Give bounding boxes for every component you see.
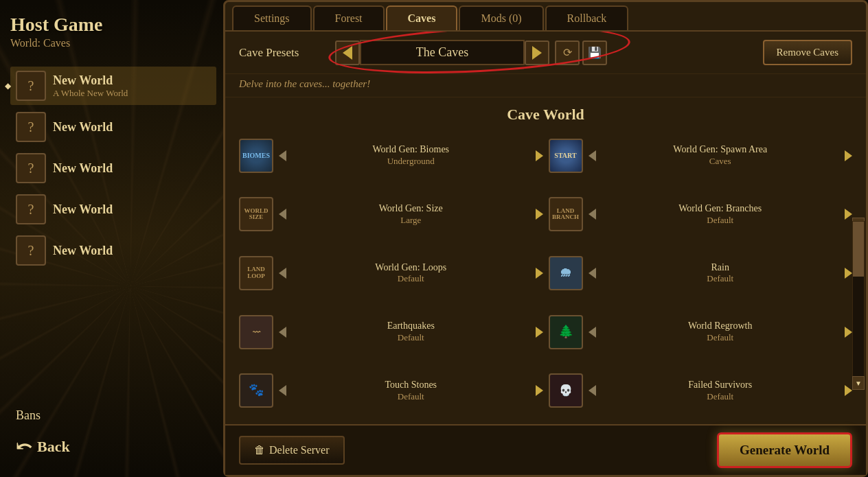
next-arrow-icon <box>532 46 542 60</box>
tab-settings[interactable]: Settings <box>232 5 312 30</box>
earthquakes-next-icon[interactable] <box>536 327 543 338</box>
earthquakes-name: Earthquakes <box>387 321 435 332</box>
content-area: Cave World Biomes World Gen: Biomes Unde… <box>225 97 866 424</box>
delete-server-button[interactable]: 🗑 Delete Server <box>239 436 345 465</box>
preset-icons: ⟳ 💾 <box>555 40 607 65</box>
regrowth-value: Default <box>707 332 733 343</box>
size-prev-icon[interactable] <box>279 209 286 220</box>
failed-survivors-icon: 💀 <box>549 373 583 408</box>
failed-survivors-value: Default <box>707 391 733 402</box>
biomes-next-icon[interactable] <box>536 150 543 161</box>
spawn-icon: Start <box>549 139 583 173</box>
touchstones-value: Default <box>398 391 424 402</box>
world-name-1: New World <box>53 120 113 135</box>
touchstones-name: Touch Stones <box>385 380 437 391</box>
bottom-bar: 🗑 Delete Server Generate World <box>225 424 866 475</box>
earthquakes-prev-icon[interactable] <box>279 327 286 338</box>
preset-prev-button[interactable] <box>335 40 360 65</box>
back-button[interactable]: ⤺ Back <box>10 430 216 463</box>
description-text: Delve into the caves... together! <box>239 78 370 90</box>
setting-rain: 🌧 Rain Default <box>549 246 853 300</box>
tab-mods[interactable]: Mods (0) <box>459 5 543 30</box>
failed-survivors-next-icon[interactable] <box>845 385 852 396</box>
earthquakes-icon: 〰 <box>239 315 273 349</box>
biomes-prev-icon[interactable] <box>279 150 286 161</box>
regrowth-next-icon[interactable] <box>845 327 852 338</box>
generate-world-button[interactable]: Generate World <box>717 432 852 468</box>
setting-size: WorldSize World Gen: Size Large <box>239 188 543 242</box>
rain-next-icon[interactable] <box>845 268 852 279</box>
size-icon: WorldSize <box>239 197 273 231</box>
size-name: World Gen: Size <box>379 203 443 215</box>
regrowth-prev-icon[interactable] <box>589 327 596 338</box>
scrollbar[interactable] <box>852 221 865 390</box>
preset-save-button[interactable]: 💾 <box>582 40 607 65</box>
failed-survivors-prev-icon[interactable] <box>589 385 596 396</box>
setting-branches: LandBranch World Gen: Branches Default <box>549 188 853 242</box>
regrowth-name: World Regrowth <box>688 321 752 332</box>
world-icon-2: ? <box>16 153 46 183</box>
touchstones-next-icon[interactable] <box>536 385 543 396</box>
world-desc-0: A Whole New World <box>53 88 128 99</box>
loops-next-icon[interactable] <box>536 268 543 279</box>
failed-survivors-name: Failed Survivors <box>688 380 752 391</box>
back-icon: ⤺ <box>16 435 32 458</box>
failed-survivors-info: Failed Survivors Default <box>602 380 840 402</box>
description-row: Delve into the caves... together! <box>225 74 866 97</box>
preset-name: The Caves <box>360 40 525 65</box>
bans-label[interactable]: Bans <box>10 402 216 430</box>
tab-forest[interactable]: Forest <box>313 5 385 30</box>
tab-caves[interactable]: Caves <box>386 5 458 30</box>
rain-value: Default <box>707 273 733 284</box>
scroll-down-button[interactable]: ▼ <box>852 376 865 390</box>
spawn-next-icon[interactable] <box>845 150 852 161</box>
branches-name: World Gen: Branches <box>678 203 762 215</box>
regrowth-icon: 🌲 <box>549 315 583 349</box>
size-next-icon[interactable] <box>536 209 543 220</box>
touchstones-info: Touch Stones Default <box>292 380 530 402</box>
preset-next-button[interactable] <box>525 40 549 65</box>
rain-name: Rain <box>711 262 729 274</box>
sidebar: Host Game World: Caves ? New World A Who… <box>0 0 227 477</box>
size-value: Large <box>400 215 421 226</box>
loops-icon: LandLoop <box>239 256 273 290</box>
world-info-0: New World A Whole New World <box>53 73 128 99</box>
biomes-info: World Gen: Biomes Underground <box>292 144 530 167</box>
preset-label: Cave Presets <box>239 46 328 60</box>
biomes-icon: Biomes <box>239 139 273 173</box>
spawn-name: World Gen: Spawn Area <box>673 144 767 156</box>
delete-label: Delete Server <box>269 444 330 456</box>
world-name-2: New World <box>53 161 113 176</box>
scrollbar-thumb[interactable] <box>853 222 864 277</box>
world-item-2[interactable]: ? New World <box>10 149 216 187</box>
host-game-title: Host Game <box>10 14 216 36</box>
preset-refresh-button[interactable]: ⟳ <box>555 40 580 65</box>
world-name-4: New World <box>53 244 113 258</box>
world-info-3: New World <box>53 202 113 217</box>
world-item-0[interactable]: ? New World A Whole New World <box>10 67 216 105</box>
loops-prev-icon[interactable] <box>279 268 286 279</box>
remove-caves-button[interactable]: Remove Caves <box>763 40 852 65</box>
tab-rollback[interactable]: Rollback <box>545 5 629 30</box>
world-icon-1: ? <box>16 112 46 142</box>
earthquakes-value: Default <box>398 332 424 343</box>
world-icon-3: ? <box>16 194 46 224</box>
world-item-1[interactable]: ? New World <box>10 108 216 146</box>
size-info: World Gen: Size Large <box>292 203 530 226</box>
rain-prev-icon[interactable] <box>589 268 596 279</box>
world-item-4[interactable]: ? New World <box>10 231 216 270</box>
world-info-4: New World <box>53 244 113 258</box>
loops-info: World Gen: Loops Default <box>292 262 530 285</box>
main-panel: Settings Forest Caves Mods (0) Rollback … <box>223 0 868 477</box>
spawn-prev-icon[interactable] <box>589 150 596 161</box>
biomes-name: World Gen: Biomes <box>372 144 449 156</box>
touchstones-prev-icon[interactable] <box>279 385 286 396</box>
setting-earthquakes: 〰 Earthquakes Default <box>239 305 543 359</box>
world-info-1: New World <box>53 120 113 135</box>
setting-biomes: Biomes World Gen: Biomes Underground <box>239 129 543 183</box>
branches-info: World Gen: Branches Default <box>602 203 840 226</box>
spawn-value: Caves <box>709 156 731 167</box>
world-item-3[interactable]: ? New World <box>10 190 216 229</box>
branches-prev-icon[interactable] <box>589 209 596 220</box>
branches-next-icon[interactable] <box>845 209 852 220</box>
